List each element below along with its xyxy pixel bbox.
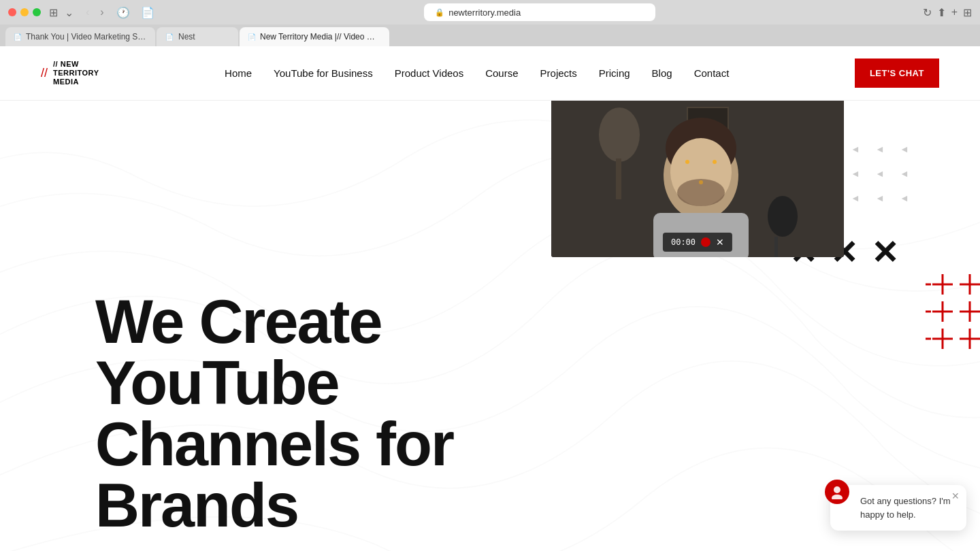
browser-nav[interactable]: ‹ › xyxy=(82,5,108,20)
arrow-3: ◄ xyxy=(897,141,912,156)
arrow-5: ◄ xyxy=(872,166,887,181)
arrow-2: ◄ xyxy=(872,141,887,156)
decorative-arrows-grid: ◄ ◄ ◄ ◄ ◄ ◄ ◄ ◄ ◄ xyxy=(848,141,912,205)
video-close-button[interactable]: ✕ xyxy=(716,237,724,248)
arrow-4: ◄ xyxy=(848,166,863,181)
navbar: // // NEW TERRITORY MEDIA Home YouTube f… xyxy=(0,46,980,101)
nav-pricing[interactable]: Pricing xyxy=(599,67,630,79)
logo-text: // NEW TERRITORY MEDIA xyxy=(53,60,99,87)
browser-actions: ↻ ⬆ + ⊞ xyxy=(923,6,972,19)
arrow-8: ◄ xyxy=(872,190,887,205)
logo-line1: // NEW xyxy=(53,60,99,69)
tab-2-favicon: 📄 xyxy=(165,32,174,41)
close-window-button[interactable] xyxy=(8,8,16,16)
address-bar-wrapper: 🔒 newterritory.media xyxy=(163,3,917,21)
decorative-plus xyxy=(926,257,980,369)
nav-links: Home YouTube for Business Product Videos… xyxy=(225,67,729,79)
arrow-1: ◄ xyxy=(848,141,863,156)
tab-2[interactable]: 📄 Nest xyxy=(157,27,238,46)
chat-widget[interactable]: ✕ Got any questions? I'm happy to help. xyxy=(830,485,966,531)
nav-youtube[interactable]: YouTube for Business xyxy=(274,67,373,79)
minimize-window-button[interactable] xyxy=(20,8,29,16)
video-controls[interactable]: 00:00 ✕ xyxy=(663,233,732,252)
fullscreen-window-button[interactable] xyxy=(33,8,41,16)
address-bar[interactable]: 🔒 newterritory.media xyxy=(424,3,655,21)
tab-3-label: New Territory Media |// Video Marketing … xyxy=(260,32,381,41)
svg-point-12 xyxy=(685,160,689,164)
plus-svg xyxy=(926,257,980,366)
video-time: 00:00 xyxy=(671,237,696,247)
hero-headline: We Create YouTube Channels for Brands xyxy=(95,291,606,536)
x-mark-3: ✕ xyxy=(871,237,898,269)
share-button[interactable]: ⬆ xyxy=(937,6,946,19)
svg-point-31 xyxy=(832,495,843,499)
logo-line3: MEDIA xyxy=(53,78,99,86)
svg-rect-11 xyxy=(774,237,778,257)
logo-icon: // xyxy=(41,66,48,80)
forward-button[interactable]: › xyxy=(96,5,108,20)
url-text: newterritory.media xyxy=(448,7,521,18)
tab-2-label: Nest xyxy=(178,32,195,41)
back-button[interactable]: ‹ xyxy=(82,5,93,20)
chat-avatar xyxy=(825,480,849,504)
lets-chat-button[interactable]: LET'S CHAT xyxy=(855,59,939,88)
nav-projects[interactable]: Projects xyxy=(540,67,577,79)
history-button[interactable]: 🕐 xyxy=(114,5,133,20)
website-content: // // NEW TERRITORY MEDIA Home YouTube f… xyxy=(0,46,980,551)
chat-person-icon xyxy=(830,484,845,499)
tab-1[interactable]: 📄 Thank You | Video Marketing Starter Pa… xyxy=(5,27,155,46)
tab-3-favicon: 📄 xyxy=(248,32,256,41)
video-container[interactable]: 00:00 ✕ xyxy=(551,94,844,257)
svg-point-10 xyxy=(768,196,798,237)
nav-course[interactable]: Course xyxy=(485,67,518,79)
nav-contact[interactable]: Contact xyxy=(694,67,730,79)
sidebar-toggle-button[interactable]: ⊞ xyxy=(46,5,61,20)
chat-close-button[interactable]: ✕ xyxy=(951,490,960,501)
tab-3[interactable]: 📄 New Territory Media |// Video Marketin… xyxy=(240,27,389,46)
hero-text: We Create YouTube Channels for Brands We… xyxy=(95,291,606,551)
hero-headline-line2: Channels for Brands xyxy=(95,410,453,539)
reload-button[interactable]: ↻ xyxy=(923,6,932,19)
chat-message-text: Got any questions? I'm happy to help. xyxy=(841,495,956,521)
nav-blog[interactable]: Blog xyxy=(652,67,672,79)
logo[interactable]: // // NEW TERRITORY MEDIA xyxy=(41,60,99,87)
svg-point-13 xyxy=(713,160,717,164)
arrow-9: ◄ xyxy=(897,190,912,205)
reader-view-button[interactable]: 📄 xyxy=(138,5,157,20)
lock-icon: 🔒 xyxy=(435,8,444,17)
sidebar-toggle-group[interactable]: ⊞ ⌄ xyxy=(46,5,76,20)
tab-1-favicon: 📄 xyxy=(14,32,22,41)
window-controls[interactable] xyxy=(8,8,41,16)
nav-products[interactable]: Product Videos xyxy=(395,67,463,79)
sidebar-chevron-button[interactable]: ⌄ xyxy=(62,5,76,20)
extensions-button[interactable]: ⊞ xyxy=(963,6,972,19)
svg-point-14 xyxy=(699,180,703,184)
new-tab-button[interactable]: + xyxy=(951,6,958,18)
svg-point-30 xyxy=(834,486,840,493)
tab-1-label: Thank You | Video Marketing Starter Pack xyxy=(26,32,147,41)
browser-tabs: 📄 Thank You | Video Marketing Starter Pa… xyxy=(0,24,980,46)
nav-home[interactable]: Home xyxy=(225,67,252,79)
arrow-7: ◄ xyxy=(848,190,863,205)
arrow-6: ◄ xyxy=(897,166,912,181)
hero-headline-line1: We Create YouTube xyxy=(95,288,382,417)
logo-line2: TERRITORY xyxy=(53,69,99,78)
video-record-button[interactable] xyxy=(701,237,710,247)
browser-titlebar: ⊞ ⌄ ‹ › 🕐 📄 🔒 newterritory.media ↻ ⬆ + ⊞ xyxy=(0,0,980,24)
